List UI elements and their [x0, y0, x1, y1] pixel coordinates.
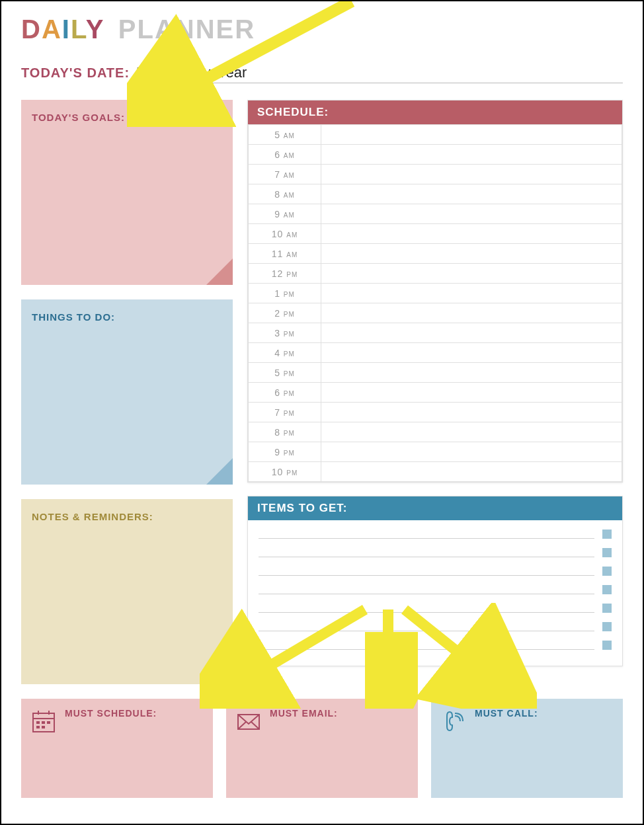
schedule-table: 5 am6 am7 am8 am9 am10 am11 am12 pm1 pm2…: [248, 124, 622, 482]
schedule-slot[interactable]: [321, 343, 622, 363]
schedule-slot[interactable]: [321, 184, 622, 204]
item-row: [259, 604, 612, 613]
schedule-box: SCHEDULE: 5 am6 am7 am8 am9 am10 am11 am…: [247, 100, 623, 483]
schedule-slot[interactable]: [321, 125, 622, 145]
item-row: [259, 641, 612, 650]
must-call-box[interactable]: MUST CALL:: [431, 699, 623, 798]
item-row: [259, 585, 612, 594]
svg-rect-8: [42, 726, 45, 728]
must-email-box[interactable]: MUST EMAIL:: [226, 699, 418, 798]
schedule-time: 11 am: [249, 244, 321, 264]
schedule-time: 5 pm: [249, 363, 321, 383]
schedule-row: 7 am: [249, 165, 622, 184]
schedule-row: 8 am: [249, 184, 622, 204]
schedule-time: 7 am: [249, 165, 321, 184]
goals-box[interactable]: TODAY'S GOALS:: [21, 100, 233, 285]
schedule-time: 10 am: [249, 224, 321, 244]
schedule-row: 6 pm: [249, 383, 622, 403]
must-schedule-title: MUST SCHEDULE:: [65, 708, 157, 789]
svg-line-10: [238, 722, 246, 729]
schedule-row: 9 pm: [249, 442, 622, 462]
item-line[interactable]: [259, 567, 594, 576]
page-corner-icon: [206, 258, 233, 285]
checkbox-icon[interactable]: [602, 604, 612, 613]
checkbox-icon[interactable]: [602, 641, 612, 650]
item-line[interactable]: [259, 530, 594, 539]
schedule-time: 2 pm: [249, 303, 321, 323]
date-value[interactable]: Month, Day, Year: [136, 64, 623, 83]
items-header: ITEMS TO GET:: [248, 496, 622, 520]
schedule-time: 12 pm: [249, 264, 321, 284]
page-corner-icon: [206, 458, 233, 485]
must-schedule-box[interactable]: MUST SCHEDULE:: [21, 699, 213, 798]
schedule-slot[interactable]: [321, 323, 622, 343]
schedule-row: 3 pm: [249, 323, 622, 343]
svg-rect-6: [47, 721, 50, 724]
schedule-slot[interactable]: [321, 422, 622, 442]
svg-rect-4: [36, 721, 40, 724]
schedule-time: 3 pm: [249, 323, 321, 343]
item-line[interactable]: [259, 585, 594, 594]
item-row: [259, 530, 612, 539]
schedule-header: SCHEDULE:: [248, 100, 622, 124]
page-title: DAILY PLANNER: [21, 15, 623, 44]
todo-title: THINGS TO DO:: [32, 311, 222, 323]
schedule-slot[interactable]: [321, 264, 622, 284]
schedule-row: 11 am: [249, 244, 622, 264]
item-line[interactable]: [259, 604, 594, 613]
schedule-slot[interactable]: [321, 442, 622, 462]
item-row: [259, 622, 612, 631]
schedule-slot[interactable]: [321, 284, 622, 303]
calendar-icon: [30, 708, 57, 734]
schedule-row: 1 pm: [249, 284, 622, 303]
item-line[interactable]: [259, 548, 594, 557]
schedule-slot[interactable]: [321, 145, 622, 165]
page-corner-icon: [206, 658, 233, 684]
svg-line-11: [251, 722, 259, 729]
schedule-slot[interactable]: [321, 403, 622, 422]
todo-box[interactable]: THINGS TO DO:: [21, 299, 233, 485]
schedule-row: 7 pm: [249, 403, 622, 422]
checkbox-icon[interactable]: [602, 622, 612, 631]
schedule-row: 5 pm: [249, 363, 622, 383]
item-row: [259, 567, 612, 576]
envelope-icon: [235, 708, 262, 734]
schedule-time: 1 pm: [249, 284, 321, 303]
schedule-time: 6 pm: [249, 383, 321, 403]
svg-rect-5: [42, 721, 45, 724]
schedule-time: 10 pm: [249, 462, 321, 482]
schedule-time: 4 pm: [249, 343, 321, 363]
schedule-slot[interactable]: [321, 224, 622, 244]
phone-icon: [440, 708, 467, 734]
date-row: TODAY'S DATE: Month, Day, Year: [21, 64, 623, 83]
schedule-time: 8 am: [249, 184, 321, 204]
schedule-slot[interactable]: [321, 383, 622, 403]
must-call-title: MUST CALL:: [475, 708, 538, 789]
svg-rect-7: [36, 726, 40, 728]
checkbox-icon[interactable]: [602, 530, 612, 539]
schedule-slot[interactable]: [321, 165, 622, 184]
checkbox-icon[interactable]: [602, 585, 612, 594]
schedule-row: 10 am: [249, 224, 622, 244]
schedule-slot[interactable]: [321, 363, 622, 383]
items-box: ITEMS TO GET:: [247, 496, 623, 666]
schedule-slot[interactable]: [321, 462, 622, 482]
schedule-row: 6 am: [249, 145, 622, 165]
notes-box[interactable]: NOTES & REMINDERS:: [21, 499, 233, 684]
item-line[interactable]: [259, 641, 594, 650]
schedule-time: 5 am: [249, 125, 321, 145]
schedule-slot[interactable]: [321, 244, 622, 264]
checkbox-icon[interactable]: [602, 567, 612, 576]
schedule-row: 12 pm: [249, 264, 622, 284]
item-line[interactable]: [259, 622, 594, 631]
must-email-title: MUST EMAIL:: [270, 708, 338, 789]
schedule-slot[interactable]: [321, 303, 622, 323]
schedule-row: 9 am: [249, 204, 622, 224]
schedule-row: 8 pm: [249, 422, 622, 442]
checkbox-icon[interactable]: [602, 548, 612, 557]
schedule-time: 6 am: [249, 145, 321, 165]
goals-title: TODAY'S GOALS:: [32, 112, 222, 123]
schedule-time: 9 am: [249, 204, 321, 224]
schedule-slot[interactable]: [321, 204, 622, 224]
schedule-time: 7 pm: [249, 403, 321, 422]
